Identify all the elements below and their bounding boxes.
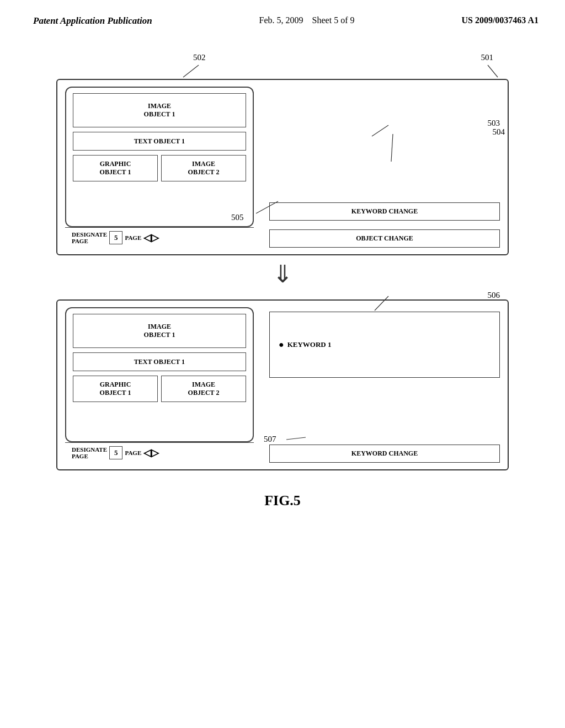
label-501: 501 xyxy=(481,53,494,62)
svg-line-2 xyxy=(372,125,388,136)
bottom-arrow-right-icon[interactable]: ▷ xyxy=(151,447,159,459)
svg-line-1 xyxy=(488,65,498,77)
bottom-outer-box: IMAGE OBJECT 1 TEXT OBJECT 1 GRAPHIC OBJ… xyxy=(56,299,509,470)
top-labels-row: 502 501 xyxy=(56,49,509,79)
bottom-image-object-2: IMAGE OBJECT 2 xyxy=(161,376,246,402)
top-outer-box: IMAGE OBJECT 1 TEXT OBJECT 1 GRAPHIC OBJ… xyxy=(56,79,509,255)
header-publication-title: Patent Application Publication xyxy=(33,15,152,26)
bottom-page-label: PAGE xyxy=(125,449,141,456)
top-page-num: 5 xyxy=(109,231,123,244)
figure-caption: FIG.5 xyxy=(264,493,301,509)
top-graphic-object-1: GRAPHIC OBJECT 1 xyxy=(73,155,158,181)
header-date-sheet: Feb. 5, 2009 Sheet 5 of 9 xyxy=(259,15,355,25)
bottom-bottom-row: GRAPHIC OBJECT 1 IMAGE OBJECT 2 xyxy=(73,376,246,402)
bottom-text-object-1: TEXT OBJECT 1 xyxy=(73,352,246,371)
header-patent-number: US 2009/0037463 A1 xyxy=(461,15,539,25)
top-bottom-row: GRAPHIC OBJECT 1 IMAGE OBJECT 2 xyxy=(73,155,246,181)
top-right-panel: 503 504 505 KEYWORD CHANGE OBJECT CHANGE xyxy=(262,80,508,254)
label-504: 504 xyxy=(493,127,505,137)
top-page-footer: DESIGNATE PAGE 5 PAGE ◁▷ xyxy=(65,227,254,248)
label-507: 507 xyxy=(264,435,276,444)
bottom-designate-page-label: DESIGNATE PAGE xyxy=(72,446,107,459)
label-502: 502 xyxy=(193,53,206,62)
svg-line-3 xyxy=(391,134,393,162)
header-date: Feb. 5, 2009 xyxy=(259,15,303,25)
svg-line-0 xyxy=(183,65,199,77)
label-506: 506 xyxy=(488,291,500,300)
page-header: Patent Application Publication Feb. 5, 2… xyxy=(0,0,565,32)
bottom-keyword-1-label: KEYWORD 1 xyxy=(287,340,332,349)
arrow-left-icon[interactable]: ◁ xyxy=(143,232,151,244)
down-arrow-icon: ⇓ xyxy=(273,263,293,287)
bottom-image-object-1: IMAGE OBJECT 1 xyxy=(73,314,246,348)
label-505: 505 xyxy=(231,213,244,222)
top-callout-svg xyxy=(56,49,509,79)
top-object-change-btn[interactable]: OBJECT CHANGE xyxy=(269,229,500,248)
top-nav-arrows[interactable]: ◁▷ xyxy=(143,232,159,244)
top-text-object-1: TEXT OBJECT 1 xyxy=(73,132,246,151)
bottom-graphic-object-1: GRAPHIC OBJECT 1 xyxy=(73,376,158,402)
label-503: 503 xyxy=(488,119,500,128)
top-inner-rounded-box: IMAGE OBJECT 1 TEXT OBJECT 1 GRAPHIC OBJ… xyxy=(65,87,254,227)
bottom-nav-arrows[interactable]: ◁▷ xyxy=(143,447,159,459)
bottom-keyword-change-btn[interactable]: KEYWORD CHANGE xyxy=(269,445,500,463)
svg-line-6 xyxy=(286,437,306,440)
bottom-diagram-section: IMAGE OBJECT 1 TEXT OBJECT 1 GRAPHIC OBJ… xyxy=(56,299,509,470)
top-image-object-1: IMAGE OBJECT 1 xyxy=(73,93,246,127)
bullet-icon: ● xyxy=(279,340,284,350)
main-content: 502 501 IMAGE OBJECT 1 TEXT OBJECT 1 xyxy=(0,32,565,531)
header-sheet: Sheet 5 of 9 xyxy=(312,15,355,25)
down-arrow-container: ⇓ xyxy=(273,255,293,294)
top-designate-page-label: DESIGNATE PAGE xyxy=(72,231,107,244)
bottom-page-num: 5 xyxy=(109,446,123,459)
arrow-right-icon[interactable]: ▷ xyxy=(151,232,159,244)
bottom-keyword-box: ● KEYWORD 1 xyxy=(269,312,500,378)
top-image-object-2: IMAGE OBJECT 2 xyxy=(161,155,246,181)
svg-line-5 xyxy=(375,296,388,311)
bottom-inner-rounded-box: IMAGE OBJECT 1 TEXT OBJECT 1 GRAPHIC OBJ… xyxy=(65,307,254,442)
bottom-arrow-left-icon[interactable]: ◁ xyxy=(143,447,151,459)
bottom-right-panel: 506 507 ● KEYWORD 1 KEYWORD CHANGE xyxy=(262,301,508,469)
right-panel-callout-svg xyxy=(262,80,508,254)
bottom-doc-panel: IMAGE OBJECT 1 TEXT OBJECT 1 GRAPHIC OBJ… xyxy=(57,301,262,469)
top-page-label: PAGE xyxy=(125,234,141,241)
top-keyword-change-btn[interactable]: KEYWORD CHANGE xyxy=(269,202,500,221)
top-diagram-section: 502 501 IMAGE OBJECT 1 TEXT OBJECT 1 xyxy=(56,49,509,255)
top-doc-panel: IMAGE OBJECT 1 TEXT OBJECT 1 GRAPHIC OBJ… xyxy=(57,80,262,254)
bottom-page-footer: DESIGNATE PAGE 5 PAGE ◁▷ xyxy=(65,442,254,463)
